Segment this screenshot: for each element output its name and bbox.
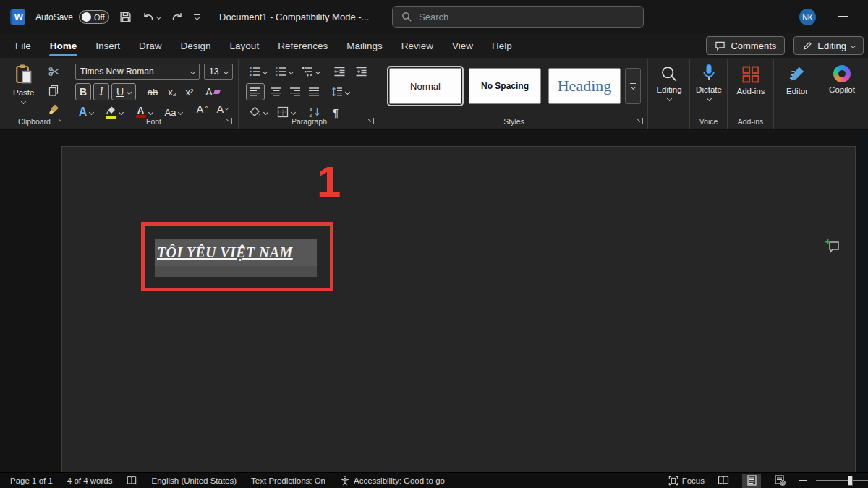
group-font: Times New Roman 13 B I U ab x₂ x² A [69,59,239,129]
bullets-button[interactable] [246,64,269,80]
editor-button[interactable]: Editor [778,65,816,95]
paragraph-dialog-launcher-icon[interactable] [367,118,374,124]
strikethrough-button[interactable]: ab [143,83,162,100]
web-layout-button[interactable] [770,474,789,488]
undo-dropdown-chevron-icon[interactable] [156,14,161,20]
subscript-label: x₂ [168,87,176,98]
tab-file[interactable]: File [6,34,41,58]
tab-draw[interactable]: Draw [129,34,171,58]
font-size-select[interactable]: 13 [204,64,233,80]
customize-qat-button[interactable] [194,14,200,20]
search-input[interactable] [419,12,621,22]
dictate-button[interactable]: Dictate [692,64,726,100]
account-avatar[interactable]: NK [799,9,816,25]
line-spacing-button[interactable] [327,83,353,100]
shrink-font-label: A [217,103,224,115]
tab-design[interactable]: Design [171,34,221,58]
chevron-up-icon [205,106,209,111]
word-app-icon[interactable]: W [10,9,25,25]
language-indicator[interactable]: English (United States) [151,476,237,485]
word-count[interactable]: 4 of 4 words [67,476,113,485]
paste-dropdown-chevron-icon[interactable] [21,99,26,104]
web-layout-icon [775,475,786,486]
chevron-down-icon [195,15,200,20]
tab-layout[interactable]: Layout [221,34,269,58]
minimize-window-icon[interactable] [838,16,848,17]
italic-button[interactable]: I [93,83,109,100]
paste-button[interactable]: Paste [13,64,34,103]
proofing-button[interactable] [127,476,137,486]
font-family-value: Times New Roman [80,67,154,77]
page-indicator[interactable]: Page 1 of 1 [10,476,53,485]
numbering-button[interactable] [272,64,295,80]
tab-help[interactable]: Help [482,34,522,58]
align-left-button[interactable] [246,83,265,100]
accessibility-label: Accessibility: Good to go [354,476,445,485]
styles-dialog-launcher-icon[interactable] [637,118,643,124]
vertical-scrollbar[interactable] [857,132,868,472]
style-card-no-spacing[interactable]: No Spacing [469,68,541,104]
undo-icon [142,11,155,23]
zoom-out-button[interactable] [799,480,807,481]
document-page[interactable]: 1 TÔI YÊU VIỆT NAM [61,146,856,472]
save-button[interactable] [119,11,132,23]
redo-icon [171,11,184,23]
accessibility-status[interactable]: Accessibility: Good to go [340,476,445,486]
addins-grid-icon [741,65,760,84]
clear-formatting-button[interactable]: A [203,83,223,100]
tab-references[interactable]: References [268,34,337,58]
comments-button[interactable]: Comments [706,36,785,55]
style-card-normal[interactable]: Normal [389,68,461,104]
autosave-toggle[interactable]: Off [79,10,109,24]
bold-button[interactable]: B [75,83,91,100]
read-mode-button[interactable] [714,474,733,488]
tab-insert[interactable]: Insert [86,34,129,58]
align-center-button[interactable] [268,83,285,100]
styles-group-label: Styles [380,117,647,126]
new-comment-button[interactable] [824,238,841,257]
underline-dropdown-chevron-icon[interactable] [127,89,132,94]
addins-button[interactable]: Add-ins [733,65,768,95]
editing-button[interactable]: Editing [653,65,685,100]
autosave-state: Off [94,13,104,22]
redo-button[interactable] [171,11,184,23]
subscript-button[interactable]: x₂ [164,83,180,100]
tab-review[interactable]: Review [392,34,443,58]
focus-button[interactable]: Focus [668,476,705,486]
underline-button[interactable]: U [111,83,136,100]
align-right-button[interactable] [286,83,304,100]
increase-indent-button[interactable] [352,64,370,80]
increase-indent-icon [355,66,367,77]
dictate-label: Dictate [696,85,722,94]
search-box[interactable] [392,6,644,28]
selected-empty-line[interactable] [155,266,317,277]
format-painter-button[interactable] [45,101,62,117]
zoom-slider[interactable] [816,480,868,481]
accessibility-person-icon [340,476,350,486]
zoom-slider-handle[interactable] [848,476,853,486]
multilevel-list-button[interactable] [298,64,323,80]
document-canvas[interactable]: 1 TÔI YÊU VIỆT NAM [0,132,868,472]
decrease-indent-button[interactable] [330,64,349,80]
selected-text-line[interactable]: TÔI YÊU VIỆT NAM [155,239,317,266]
tab-view[interactable]: View [443,34,482,58]
text-predictions-indicator[interactable]: Text Predictions: On [251,476,326,485]
styles-more-button[interactable] [625,68,641,104]
justify-button[interactable] [305,83,323,100]
font-dialog-launcher-icon[interactable] [226,118,232,124]
style-card-heading[interactable]: Heading [548,68,621,104]
toggle-knob-icon [82,12,91,22]
format-painter-brush-icon [48,103,60,115]
print-layout-button[interactable] [742,474,761,488]
tab-mailings[interactable]: Mailings [337,34,392,58]
voice-group-label: Voice [690,117,727,126]
copilot-button[interactable]: Copilot [822,65,862,94]
tab-home[interactable]: Home [41,34,87,58]
editing-mode-button[interactable]: Editing [793,36,864,55]
superscript-button[interactable]: x² [182,83,197,100]
copy-button[interactable] [45,82,62,98]
undo-button[interactable] [142,11,161,23]
cut-button[interactable] [45,64,62,80]
clipboard-dialog-launcher-icon[interactable] [58,118,64,124]
font-family-select[interactable]: Times New Roman [75,64,200,80]
